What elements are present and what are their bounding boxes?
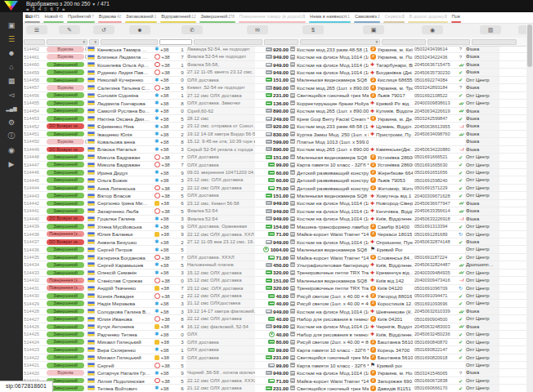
table-row[interactable]: 514452DO Возврат ок…Єфименко Ніна✱+38223… — [23, 122, 526, 130]
table-row[interactable]: 514435ЗавершенийКатерина Богданова+387ОЛ… — [23, 254, 526, 261]
tab-11[interactable]: Сервіси0 — [382, 12, 406, 23]
phone-cell[interactable]: +38 — [154, 363, 178, 368]
info-icon[interactable]: ⓘ — [0, 129, 23, 143]
phone-cell[interactable]: +38 — [154, 323, 178, 329]
settings-icon[interactable]: ⚙ — [0, 115, 23, 129]
table-row[interactable]: 514420ВідмоваСитарчук Наталія Гр…✱+389Чо… — [23, 369, 526, 376]
phone-cell[interactable]: +38 — [154, 255, 178, 261]
statistics-icon[interactable]: ▂▄▆ — [0, 101, 23, 115]
phone-cell[interactable]: ✱+38 — [154, 138, 178, 145]
table-row[interactable]: 514448ЗавершенийМикола Бадражан+387ОЛХ д… — [23, 154, 526, 161]
phone-cell[interactable]: ✱+38 — [154, 238, 178, 245]
company-icon[interactable]: ⌂ — [0, 60, 23, 74]
table-row[interactable]: 514460ЗавершенийКошелева Ольга Ар…+381Фи… — [23, 61, 526, 69]
table-row[interactable]: 514437DO Возврат ок…Анжела Безушко✱+3822… — [23, 238, 526, 246]
campaigns-icon[interactable]: ◅ — [0, 87, 23, 101]
phone-cell[interactable]: ✱+38 — [154, 308, 178, 314]
table-row[interactable]: 514436ЗавершенийСергей Петров✱+385₴1004.… — [23, 246, 526, 253]
column-header-phone[interactable]: ✆ — [181, 25, 203, 34]
table-row[interactable]: 514422ЗавершенийМихаил Гилецький+383ОЛХ … — [23, 354, 526, 362]
phone-cell[interactable]: ✱+38 — [154, 177, 178, 184]
phone-cell[interactable]: +38 — [154, 316, 178, 322]
tab-12[interactable]: В дорозі додому0 — [406, 12, 449, 23]
phone-cell[interactable]: ✱+38 — [154, 77, 178, 83]
phone-cell[interactable]: ✱+38 — [154, 346, 178, 353]
scrollbar-thumb[interactable] — [527, 24, 532, 67]
page-button-7[interactable]: 7 — [56, 7, 59, 12]
phone-cell[interactable]: +38 — [154, 162, 178, 167]
phone-cell[interactable]: +38 — [154, 54, 178, 60]
table-row[interactable]: 514423ЗавершенийВера Скляренко✱+381ОЛХ д… — [23, 346, 526, 354]
phone-cell[interactable]: ✱+38 — [154, 169, 178, 176]
phone-cell[interactable]: ✱+38 — [154, 115, 178, 122]
table-row[interactable]: 514445ЗавершенийОльга Божик✱+38323.12 см… — [23, 176, 526, 184]
page-button-6[interactable]: 6 — [50, 7, 52, 12]
phone-cell[interactable]: +38 — [154, 378, 178, 384]
table-row[interactable]: 514421ЗавершенийСергей+38599.00Карта пам… — [23, 362, 526, 369]
column-header-tracking[interactable]: ▥ — [480, 25, 501, 34]
table-row[interactable]: 514425ЗавершенийРадченко Тетяна✱+380ОЛХ₴… — [23, 331, 526, 338]
phone-cell[interactable]: +38 — [154, 285, 178, 291]
filter-status[interactable]: ▾ — [47, 39, 87, 45]
page-button-3[interactable]: 3 — [32, 7, 34, 12]
table-row[interactable]: 514444ЗавершенийАнна Липенська+38222.12 … — [23, 185, 526, 192]
phone-cell[interactable]: ✱+38 — [154, 385, 178, 391]
phone-cell[interactable]: +38 — [154, 293, 178, 299]
table-row[interactable]: 514443ЗавершенийВіктор Власов+385ОЛХ дос… — [23, 192, 526, 199]
phone-cell[interactable]: +38 — [154, 231, 178, 237]
phone-cell[interactable]: +38 — [154, 69, 178, 75]
filter-product[interactable]: ▾ — [300, 39, 380, 45]
tab-7[interactable]: Завершений278 — [198, 12, 236, 23]
phone-cell[interactable]: ✱+38 — [154, 108, 178, 114]
table-row[interactable]: 514449DO Возврат ок…Власюк Наталья✱+383С… — [23, 146, 526, 154]
table-row[interactable]: 514424ЗавершенийМихаил Гилецький+383ОЛХ … — [23, 339, 526, 346]
filter-price[interactable] — [264, 39, 298, 45]
column-header-comment[interactable]: ✉ — [247, 25, 268, 34]
tab-10[interactable]: Самовивіз2 — [352, 12, 383, 23]
table-row[interactable]: 514451ЗавершенийІващенко Юлія✱+38219.12 … — [23, 131, 526, 138]
phone-cell[interactable]: +38 — [154, 208, 178, 214]
table-row[interactable]: 514431Повернення (з…Андрій Ткаченко+3872… — [23, 285, 526, 292]
phone-cell[interactable]: ✱+38 — [154, 261, 178, 268]
tab-2[interactable]: Новий48 — [42, 12, 65, 23]
tab-4[interactable]: Відмова42 — [96, 12, 123, 23]
column-header-product[interactable]: ▣ — [363, 25, 384, 34]
table-row[interactable]: 514456ЗавершенийСоломія Сідоніна✱+38127.… — [23, 92, 526, 100]
phone-cell[interactable]: +38 — [154, 85, 178, 91]
filter-name[interactable] — [101, 39, 158, 45]
phone-cell[interactable]: ✱+38 — [154, 92, 178, 99]
table-row[interactable]: 514440DO Возврат ок…Гуцалюк Галина✱+383Ф… — [23, 216, 526, 223]
dashboard-icon[interactable]: ▣ — [0, 18, 23, 32]
table-row[interactable]: 514458ЗавершенийНиколай Кучеренко✱+380ОЛ… — [23, 77, 526, 84]
phone-cell[interactable]: ✱+38 — [154, 123, 178, 130]
page-button-5[interactable]: 5 — [44, 7, 47, 12]
tab-8[interactable]: Повернення товару (в дорозі)0 — [237, 12, 307, 23]
orders-icon[interactable]: ☰ — [0, 32, 23, 46]
column-header-status[interactable]: ☰ — [26, 25, 47, 34]
phone-cell[interactable]: ✱+38 — [154, 247, 178, 253]
page-button-4[interactable]: 4 — [38, 7, 41, 12]
table-row[interactable]: 514457ВідмоваСалегина Татьяна С…+385Кеме… — [23, 84, 526, 91]
phone-cell[interactable]: ✱+38 — [154, 216, 178, 222]
filter-address[interactable] — [382, 39, 426, 45]
column-header-delivery[interactable]: ◉ — [422, 25, 443, 34]
column-header-clients[interactable]: ☻ — [129, 25, 150, 34]
table-row[interactable]: 514453ЗавершенийНікітіна Оксана Дми…✱+38… — [23, 115, 526, 122]
table-row[interactable]: 514428ЗавершенийСолодкова Галина В…✱+383… — [23, 308, 526, 315]
phone-cell[interactable]: +38 — [154, 154, 178, 160]
tab-13[interactable]: Пов — [450, 12, 463, 23]
table-row[interactable]: 514433ЗавершенийОлексій Семанін✱+38315.1… — [23, 270, 526, 277]
table-row[interactable]: 514462ВідмоваКаневська Тамара …✱+381Лава… — [23, 46, 526, 53]
phone-cell[interactable]: ✱+38 — [154, 223, 178, 229]
phone-cell[interactable]: ✱+38 — [154, 46, 178, 52]
table-row[interactable]: 514446ЗавершенийИрина Дидух✱+38909.01 зв… — [23, 169, 526, 176]
phone-cell[interactable]: ✱+38 — [154, 270, 178, 276]
phone-cell[interactable]: ✱+38 — [154, 370, 178, 376]
table-row[interactable]: 514419ЗавершенийЛилия Подолинская+38522.… — [23, 377, 526, 385]
filter-tag[interactable] — [472, 39, 517, 45]
products-icon[interactable]: ▦ — [0, 74, 23, 87]
table-row[interactable]: 514427ЗавершенийЮлия Иванова+38822.12 см… — [23, 315, 526, 323]
phone-cell[interactable]: +38 — [154, 200, 178, 206]
first-page-button[interactable]: « — [26, 7, 29, 12]
app-logo-icon[interactable] — [4, 1, 18, 11]
